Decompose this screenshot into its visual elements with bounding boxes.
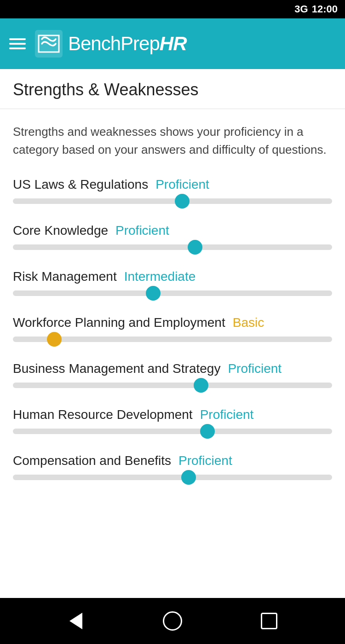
description-text: Strengths and weaknesses shows your prof…: [13, 123, 332, 159]
slider-thumb: [194, 378, 208, 393]
category-level: Proficient: [228, 361, 282, 376]
category-item: US Laws & RegulationsProficient: [13, 177, 332, 204]
bottom-navigation: [0, 598, 345, 644]
category-name: Core Knowledge: [13, 223, 108, 238]
slider-thumb: [175, 194, 190, 209]
category-header: Risk ManagementIntermediate: [13, 269, 332, 284]
slider-track: [13, 198, 332, 204]
category-item: Human Resource DevelopmentProficient: [13, 407, 332, 434]
category-header: Compensation and BenefitsProficient: [13, 453, 332, 468]
signal-indicator: 3G: [294, 3, 308, 15]
recent-apps-button[interactable]: [258, 609, 281, 632]
category-item: Compensation and BenefitsProficient: [13, 453, 332, 480]
slider-thumb: [181, 470, 196, 485]
back-button[interactable]: [64, 609, 87, 632]
category-header: US Laws & RegulationsProficient: [13, 177, 332, 192]
category-item: Business Management and StrategyProficie…: [13, 361, 332, 388]
slider-track: [13, 244, 332, 250]
slider-track: [13, 429, 332, 434]
slider-track: [13, 290, 332, 296]
category-name: Compensation and Benefits: [13, 453, 171, 468]
page-title: Strengths & Weaknesses: [13, 80, 332, 99]
category-header: Business Management and StrategyProficie…: [13, 361, 332, 376]
menu-button[interactable]: [9, 38, 26, 49]
category-level: Proficient: [178, 453, 232, 468]
category-level: Intermediate: [124, 269, 196, 284]
main-content: Strengths and weaknesses shows your prof…: [0, 109, 345, 598]
logo-text: BenchPrepHR: [68, 33, 186, 55]
page-title-bar: Strengths & Weaknesses: [0, 69, 345, 109]
category-header: Core KnowledgeProficient: [13, 223, 332, 238]
category-item: Core KnowledgeProficient: [13, 223, 332, 250]
category-name: US Laws & Regulations: [13, 177, 148, 192]
slider-track: [13, 383, 332, 388]
time-display: 12:00: [312, 3, 338, 15]
category-item: Workforce Planning and EmploymentBasic: [13, 315, 332, 342]
category-header: Human Resource DevelopmentProficient: [13, 407, 332, 422]
slider-thumb: [188, 240, 202, 255]
slider-track: [13, 337, 332, 342]
logo-icon: [35, 30, 63, 58]
category-name: Workforce Planning and Employment: [13, 315, 225, 330]
category-level: Proficient: [200, 407, 254, 422]
category-name: Business Management and Strategy: [13, 361, 220, 376]
home-button[interactable]: [161, 609, 184, 632]
status-bar: 3G 12:00: [0, 0, 345, 18]
category-level: Proficient: [115, 223, 169, 238]
category-level: Proficient: [155, 177, 209, 192]
slider-thumb: [200, 424, 215, 439]
header: BenchPrepHR: [0, 18, 345, 69]
category-header: Workforce Planning and EmploymentBasic: [13, 315, 332, 330]
slider-thumb: [47, 332, 62, 347]
category-name: Risk Management: [13, 269, 117, 284]
categories-container: US Laws & RegulationsProficientCore Know…: [13, 177, 332, 480]
category-level: Basic: [233, 315, 264, 330]
logo: BenchPrepHR: [35, 30, 186, 58]
category-item: Risk ManagementIntermediate: [13, 269, 332, 296]
slider-track: [13, 475, 332, 480]
category-name: Human Resource Development: [13, 407, 193, 422]
slider-thumb: [146, 286, 161, 301]
